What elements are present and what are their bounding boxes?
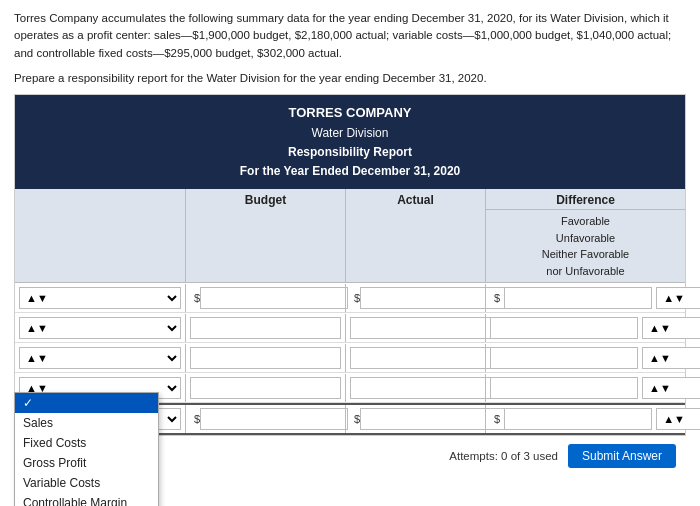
data-row-3: ▲▼ Sales Fixed Costs Gross Profit Variab…: [15, 343, 685, 373]
row1-budget-input[interactable]: [200, 287, 348, 309]
row3-actual-cell: [345, 344, 485, 372]
total-diff-dollar: $: [490, 413, 500, 425]
row4-actual-input[interactable]: [350, 377, 498, 399]
budget-col-header: Budget: [185, 189, 345, 282]
row2-label-cell: ▲▼ Sales Fixed Costs Gross Profit Variab…: [15, 314, 185, 342]
row2-diff-cell: ▲▼ Favorable Unfavorable Neither Favorab…: [485, 314, 685, 342]
total-diff-cell: $ ▲▼ Favorable Unfavorable Neither Favor…: [485, 405, 685, 433]
row1-actual-dollar: $: [350, 292, 360, 304]
row3-diff-select[interactable]: ▲▼ Favorable Unfavorable Neither Favorab…: [642, 347, 700, 369]
report-table: TORRES COMPANY Water Division Responsibi…: [14, 94, 686, 436]
row1-diff-cell: $ ▲▼ Favorable Unfavorable Neither Favor…: [485, 284, 685, 312]
data-row-1: ▲▼ Sales Fixed Costs Gross Profit Variab…: [15, 283, 685, 313]
row3-budget-input[interactable]: [190, 347, 341, 369]
dropdown-item-variable-costs[interactable]: Variable Costs: [15, 473, 158, 493]
report-header: TORRES COMPANY Water Division Responsibi…: [15, 95, 685, 189]
division-name: Water Division: [25, 124, 675, 143]
report-period: For the Year Ended December 31, 2020: [25, 162, 675, 181]
company-name: TORRES COMPANY: [25, 103, 675, 124]
row3-budget-cell: [185, 344, 345, 372]
total-diff-input[interactable]: [504, 408, 652, 430]
diff-header-label: Difference: [486, 189, 685, 210]
total-budget-dollar: $: [190, 413, 200, 425]
dropdown-item-controllable-margin[interactable]: Controllable Margin: [15, 493, 158, 506]
row3-diff-input[interactable]: [490, 347, 638, 369]
row4-diff-cell: ▲▼ Favorable Unfavorable Neither Favorab…: [485, 374, 685, 402]
intro-paragraph: Torres Company accumulates the following…: [14, 10, 686, 62]
report-type: Responsibility Report: [25, 143, 675, 162]
prepare-paragraph: Prepare a responsibility report for the …: [14, 72, 686, 84]
dropdown-item-sales[interactable]: Sales: [15, 413, 158, 433]
row4-budget-cell: [185, 374, 345, 402]
total-budget-input[interactable]: [200, 408, 348, 430]
row3-actual-input[interactable]: [350, 347, 498, 369]
total-budget-cell: $: [185, 405, 345, 433]
row4-diff-input[interactable]: [490, 377, 638, 399]
dropdown-overlay[interactable]: ✓ Sales Fixed Costs Gross Profit Variabl…: [14, 392, 159, 506]
row2-budget-input[interactable]: [190, 317, 341, 339]
prepare-text: Prepare a responsibility report for the …: [14, 72, 487, 84]
row2-budget-cell: [185, 314, 345, 342]
row2-label-select[interactable]: ▲▼ Sales Fixed Costs Gross Profit Variab…: [19, 317, 181, 339]
intro-text: Torres Company accumulates the following…: [14, 12, 671, 59]
row4-budget-input[interactable]: [190, 377, 341, 399]
checkmark-icon: ✓: [23, 396, 35, 410]
dropdown-item-gross-profit[interactable]: Gross Profit: [15, 453, 158, 473]
row1-diff-input[interactable]: [504, 287, 652, 309]
total-actual-cell: $: [345, 405, 485, 433]
row3-label-cell: ▲▼ Sales Fixed Costs Gross Profit Variab…: [15, 344, 185, 372]
row3-label-select[interactable]: ▲▼ Sales Fixed Costs Gross Profit Variab…: [19, 347, 181, 369]
actual-col-header: Actual: [345, 189, 485, 282]
data-row-2: ▲▼ Sales Fixed Costs Gross Profit Variab…: [15, 313, 685, 343]
row1-budget-dollar: $: [190, 292, 200, 304]
row2-diff-input[interactable]: [490, 317, 638, 339]
row2-actual-cell: [345, 314, 485, 342]
row1-label-select[interactable]: ▲▼ Sales Fixed Costs Gross Profit Variab…: [19, 287, 181, 309]
dropdown-item-checkmark[interactable]: ✓: [15, 393, 158, 413]
dropdown-item-fixed-costs[interactable]: Fixed Costs: [15, 433, 158, 453]
row1-label-cell: ▲▼ Sales Fixed Costs Gross Profit Variab…: [15, 284, 185, 312]
row2-actual-input[interactable]: [350, 317, 498, 339]
row2-diff-select[interactable]: ▲▼ Favorable Unfavorable Neither Favorab…: [642, 317, 700, 339]
label-col-header: [15, 189, 185, 282]
row1-diff-select[interactable]: ▲▼ Favorable Unfavorable Neither Favorab…: [656, 287, 700, 309]
total-diff-select[interactable]: ▲▼ Favorable Unfavorable Neither Favorab…: [656, 408, 700, 430]
total-actual-dollar: $: [350, 413, 360, 425]
attempts-text: Attempts: 0 of 3 used: [449, 450, 558, 462]
submit-answer-button[interactable]: Submit Answer: [568, 444, 676, 468]
row4-actual-cell: [345, 374, 485, 402]
row3-diff-cell: ▲▼ Favorable Unfavorable Neither Favorab…: [485, 344, 685, 372]
row4-diff-select[interactable]: ▲▼ Favorable Unfavorable Neither Favorab…: [642, 377, 700, 399]
row1-diff-dollar: $: [490, 292, 500, 304]
difference-col-header: Difference FavorableUnfavorableNeither F…: [485, 189, 685, 282]
diff-sub-header: FavorableUnfavorableNeither Favorablenor…: [486, 210, 685, 282]
row1-actual-cell: $: [345, 284, 485, 312]
column-headers: Budget Actual Difference FavorableUnfavo…: [15, 189, 685, 283]
row1-budget-cell: $: [185, 284, 345, 312]
